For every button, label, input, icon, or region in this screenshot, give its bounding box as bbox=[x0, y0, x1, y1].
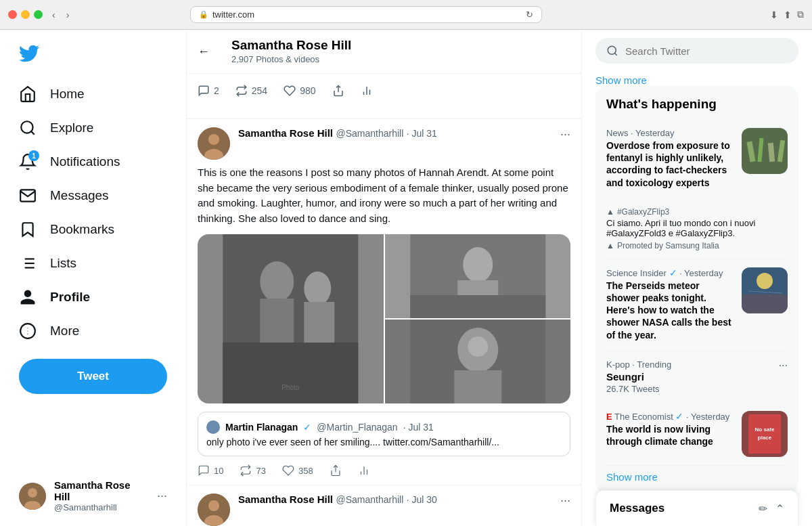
sidebar-item-messages[interactable]: Messages bbox=[8, 179, 178, 213]
trend-item-fentanyl[interactable]: News · Yesterday Overdose from exposure … bbox=[606, 120, 788, 199]
download-icon[interactable]: ⬇ bbox=[770, 9, 778, 20]
tweet-time-2: · Jul 30 bbox=[407, 494, 437, 505]
twitter-logo[interactable] bbox=[8, 35, 178, 74]
trend-more-seungri[interactable]: ··· bbox=[779, 359, 788, 372]
show-more-link-top[interactable]: Show more bbox=[595, 74, 798, 86]
economist-label: The Economist bbox=[614, 412, 675, 422]
like-count: 980 bbox=[300, 85, 315, 96]
sidebar-toggle-icon[interactable]: ⧉ bbox=[797, 9, 804, 20]
bookmark-icon bbox=[19, 221, 37, 238]
tweet-stats-area: 2 254 980 bbox=[187, 74, 581, 119]
svg-point-33 bbox=[463, 247, 493, 282]
svg-point-62 bbox=[608, 46, 616, 54]
trend-item-seungri[interactable]: K-pop · Trending Seungri 26.7K Tweets ··… bbox=[606, 351, 788, 403]
search-input[interactable] bbox=[625, 45, 788, 57]
sidebar-item-profile[interactable]: Profile bbox=[8, 280, 178, 314]
tweet-images-1: Photo bbox=[198, 234, 570, 403]
like-action[interactable]: 358 bbox=[282, 464, 313, 477]
trend-image-economist: No safe place bbox=[742, 411, 788, 457]
mail-icon bbox=[19, 187, 37, 204]
svg-text:No safe: No safe bbox=[755, 426, 775, 433]
economist-date: · Yesterday bbox=[686, 412, 729, 422]
tweet-time-1: · Jul 31 bbox=[407, 128, 437, 139]
show-more-link-bottom[interactable]: Show more bbox=[606, 471, 788, 483]
share-action[interactable] bbox=[330, 464, 342, 477]
promoted-badge: ▲ #GalaxyZFlip3 bbox=[606, 207, 788, 217]
like-stat[interactable]: 980 bbox=[284, 85, 315, 97]
svg-point-70 bbox=[757, 273, 773, 289]
tweet-button[interactable]: Tweet bbox=[19, 359, 167, 394]
like-action-icon bbox=[282, 464, 294, 477]
compose-icon[interactable]: ✏ bbox=[759, 502, 767, 515]
svg-rect-74 bbox=[748, 414, 781, 454]
forward-nav-button[interactable]: › bbox=[62, 8, 74, 22]
twitter-bird-icon bbox=[19, 43, 39, 64]
share-icon[interactable]: ⬆ bbox=[784, 9, 792, 20]
account-handle: @Samantharhill bbox=[54, 502, 149, 512]
retweet-action[interactable]: 73 bbox=[240, 464, 265, 477]
analytics-stat[interactable] bbox=[361, 85, 373, 97]
expand-icon[interactable]: ⌃ bbox=[775, 502, 784, 515]
trend-item-galaxy[interactable]: ▲ #GalaxyZFlip3 Ci siamo. Apri il tuo mo… bbox=[606, 199, 788, 259]
share-stat[interactable] bbox=[332, 85, 344, 97]
like-action-count: 358 bbox=[298, 466, 313, 476]
sidebar-item-more[interactable]: More bbox=[8, 314, 178, 348]
back-nav-button[interactable]: ‹ bbox=[48, 8, 60, 22]
tweet-more-button-2[interactable]: ··· bbox=[560, 494, 570, 508]
search-icon bbox=[606, 45, 618, 57]
photo-top-right-image bbox=[385, 234, 571, 318]
minimize-button[interactable] bbox=[21, 10, 30, 19]
sidebar-item-home[interactable]: Home bbox=[8, 77, 178, 111]
sidebar-item-notifications[interactable]: 1 Notifications bbox=[8, 145, 178, 179]
whats-happening-title: What's happening bbox=[606, 97, 788, 112]
account-name: Samantha Rose Hill bbox=[54, 479, 149, 502]
sidebar-item-bookmarks[interactable]: Bookmarks bbox=[8, 213, 178, 246]
address-bar[interactable]: 🔒 twitter.com ↻ bbox=[190, 6, 542, 23]
svg-text:place: place bbox=[758, 435, 772, 441]
trend-subtitle-galaxy: Ci siamo. Apri il tuo mondo con i nuovi … bbox=[606, 218, 788, 238]
retweet-stat[interactable]: 254 bbox=[235, 85, 267, 97]
reply-action[interactable]: 10 bbox=[198, 464, 223, 477]
sidebar: Home Explore 1 Notifications bbox=[0, 30, 186, 526]
search-box[interactable] bbox=[595, 38, 798, 64]
avatar-image bbox=[19, 483, 46, 510]
list-icon bbox=[19, 255, 37, 272]
svg-text:Photo: Photo bbox=[281, 384, 300, 391]
back-button[interactable]: ← bbox=[198, 45, 210, 59]
share-icon bbox=[332, 85, 344, 97]
svg-point-14 bbox=[27, 334, 28, 334]
sidebar-item-lists[interactable]: Lists bbox=[8, 246, 178, 280]
svg-rect-30 bbox=[223, 343, 358, 403]
photo-left-image: Photo bbox=[198, 234, 384, 403]
tweet-actions-1: 10 73 358 bbox=[198, 464, 570, 477]
tweet-handle-2: @Samantharhill bbox=[336, 494, 404, 505]
trend-text-seungri: K-pop · Trending Seungri 26.7K Tweets bbox=[606, 359, 671, 394]
trend-image-fentanyl-svg bbox=[742, 128, 788, 174]
messages-bar[interactable]: Messages ✏ ⌃ bbox=[595, 490, 798, 526]
tweet-more-button-1[interactable]: ··· bbox=[560, 127, 570, 141]
sidebar-item-explore[interactable]: Explore bbox=[8, 111, 178, 145]
trend-title-seungri: Seungri bbox=[606, 371, 671, 382]
trend-header-seungri: K-pop · Trending Seungri 26.7K Tweets ··… bbox=[606, 359, 788, 394]
refresh-icon[interactable]: ↻ bbox=[526, 9, 533, 20]
trend-text-economist: E The Economist ✓ · Yesterday The world … bbox=[606, 411, 734, 449]
trend-category-perseids: Science Insider ✓ · Yesterday bbox=[606, 267, 734, 278]
svg-point-0 bbox=[21, 121, 32, 133]
trend-image-perseids-svg bbox=[742, 267, 788, 313]
svg-point-28 bbox=[304, 271, 331, 305]
trend-item-economist[interactable]: E The Economist ✓ · Yesterday The world … bbox=[606, 403, 788, 466]
reply-stat[interactable]: 2 bbox=[198, 85, 219, 97]
quoted-tweet-1[interactable]: Martin Flanagan ✓ @Martin_Flanagan · Jul… bbox=[198, 412, 570, 456]
analytics-action[interactable] bbox=[358, 464, 370, 477]
close-button[interactable] bbox=[8, 10, 17, 19]
svg-point-26 bbox=[260, 261, 294, 302]
reply-action-icon bbox=[198, 464, 210, 477]
trend-item-perseids[interactable]: Science Insider ✓ · Yesterday The Persei… bbox=[606, 259, 788, 351]
tweet-card-1: Samantha Rose Hill @Samantharhill · Jul … bbox=[187, 119, 581, 485]
retweet-icon bbox=[235, 85, 248, 97]
user-account-button[interactable]: Samantha Rose Hill @Samantharhill ··· bbox=[8, 471, 178, 521]
maximize-button[interactable] bbox=[34, 10, 43, 19]
profile-header: ← Samantha Rose Hill 2,907 Photos & vide… bbox=[187, 30, 581, 74]
trend-image-fentanyl bbox=[742, 128, 788, 174]
tweet-header-1: Samantha Rose Hill @Samantharhill · Jul … bbox=[198, 127, 570, 160]
